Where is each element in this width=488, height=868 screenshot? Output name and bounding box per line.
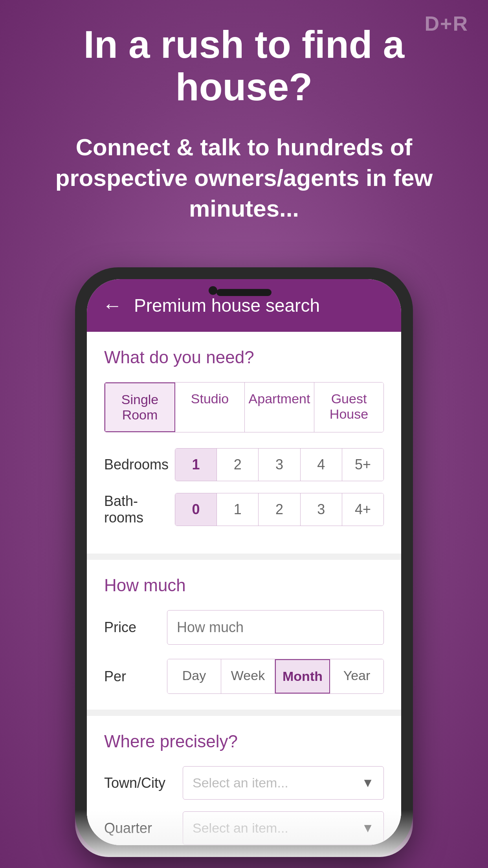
phone-speaker <box>216 289 272 296</box>
per-btn-year[interactable]: Year <box>330 659 383 693</box>
per-btn-month[interactable]: Month <box>275 659 330 693</box>
property-type-row: Single Room Studio Apartment Guest House <box>104 382 384 432</box>
bathrooms-btn-3[interactable]: 3 <box>301 493 342 526</box>
bathrooms-btn-4plus[interactable]: 4+ <box>342 493 383 526</box>
bedrooms-row: Bedrooms 1 2 3 4 5+ <box>104 448 384 481</box>
quarter-row: Quarter Select an item... ▼ <box>104 811 384 845</box>
where-section-title: Where precisely? <box>104 732 384 751</box>
bathrooms-btn-1[interactable]: 1 <box>217 493 259 526</box>
scroll-content[interactable]: What do you need? Single Room Studio Apa… <box>87 332 401 845</box>
bedrooms-btn-1[interactable]: 1 <box>175 449 217 481</box>
prop-type-guest-house[interactable]: Guest House <box>314 383 383 432</box>
prop-type-studio[interactable]: Studio <box>175 383 245 432</box>
bathrooms-buttons: 0 1 2 3 4+ <box>175 493 384 526</box>
where-section-card: Where precisely? Town/City Select an ite… <box>87 716 401 845</box>
per-label: Per <box>104 668 167 685</box>
bedrooms-btn-2[interactable]: 2 <box>217 449 259 481</box>
phone-device: ← Premium house search What do you need?… <box>75 267 413 857</box>
bathrooms-label: Bath-rooms <box>104 493 175 526</box>
bedrooms-btn-5plus[interactable]: 5+ <box>342 449 383 481</box>
price-input[interactable] <box>167 610 384 645</box>
quarter-label: Quarter <box>104 820 183 837</box>
bathrooms-btn-0[interactable]: 0 <box>175 493 217 526</box>
what-section-title: What do you need? <box>104 348 384 367</box>
prop-type-single-room[interactable]: Single Room <box>105 383 175 432</box>
town-city-dropdown-icon: ▼ <box>361 776 374 790</box>
quarter-select[interactable]: Select an item... ▼ <box>183 811 384 845</box>
town-city-select[interactable]: Select an item... ▼ <box>183 766 384 800</box>
bedrooms-label: Bedrooms <box>104 456 175 473</box>
how-much-section-card: How much Price Per Day Week Month Yea <box>87 560 401 710</box>
price-label: Price <box>104 619 167 636</box>
quarter-placeholder: Select an item... <box>193 820 288 836</box>
sub-title: Connect & talk to hundreds of prospectiv… <box>24 132 464 224</box>
bathrooms-btn-2[interactable]: 2 <box>259 493 300 526</box>
price-row: Price <box>104 610 384 645</box>
main-title: In a rush to find a house? <box>24 24 464 108</box>
back-arrow-icon[interactable]: ← <box>103 294 122 317</box>
bedrooms-btn-3[interactable]: 3 <box>259 449 300 481</box>
header-section: In a rush to find a house? Connect & tal… <box>0 24 488 224</box>
per-btn-day[interactable]: Day <box>167 659 221 693</box>
phone-screen: ← Premium house search What do you need?… <box>87 279 401 845</box>
bedrooms-btn-4[interactable]: 4 <box>301 449 342 481</box>
per-row: Per Day Week Month Year <box>104 659 384 694</box>
prop-type-apartment[interactable]: Apartment <box>245 383 314 432</box>
bedrooms-buttons: 1 2 3 4 5+ <box>175 448 384 481</box>
how-much-section-title: How much <box>104 576 384 595</box>
town-city-label: Town/City <box>104 775 183 791</box>
phone-camera <box>209 286 217 295</box>
app-bar: ← Premium house search <box>87 279 401 332</box>
app-bar-title: Premium house search <box>134 295 320 316</box>
town-city-placeholder: Select an item... <box>193 775 288 791</box>
quarter-dropdown-icon: ▼ <box>361 821 374 835</box>
per-buttons: Day Week Month Year <box>167 659 384 694</box>
what-section-card: What do you need? Single Room Studio Apa… <box>87 332 401 554</box>
bathrooms-row: Bath-rooms 0 1 2 3 4+ <box>104 493 384 526</box>
phone-outer: ← Premium house search What do you need?… <box>75 267 413 857</box>
per-btn-week[interactable]: Week <box>221 659 275 693</box>
town-city-row: Town/City Select an item... ▼ <box>104 766 384 800</box>
